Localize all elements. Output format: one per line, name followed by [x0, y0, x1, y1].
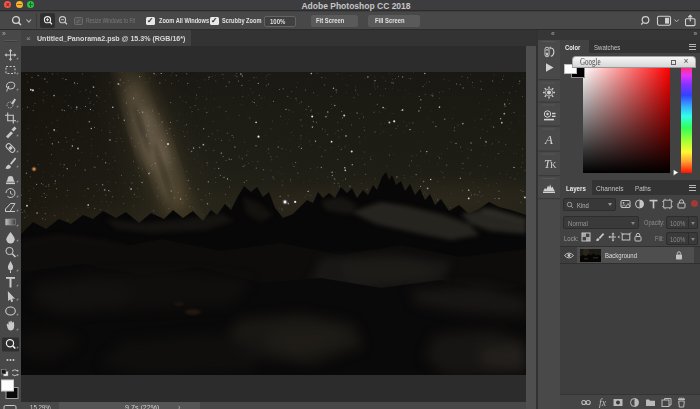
svg-text:K: K: [550, 160, 557, 170]
svg-text:fx: fx: [599, 397, 607, 408]
svg-text:A: A: [544, 132, 553, 147]
